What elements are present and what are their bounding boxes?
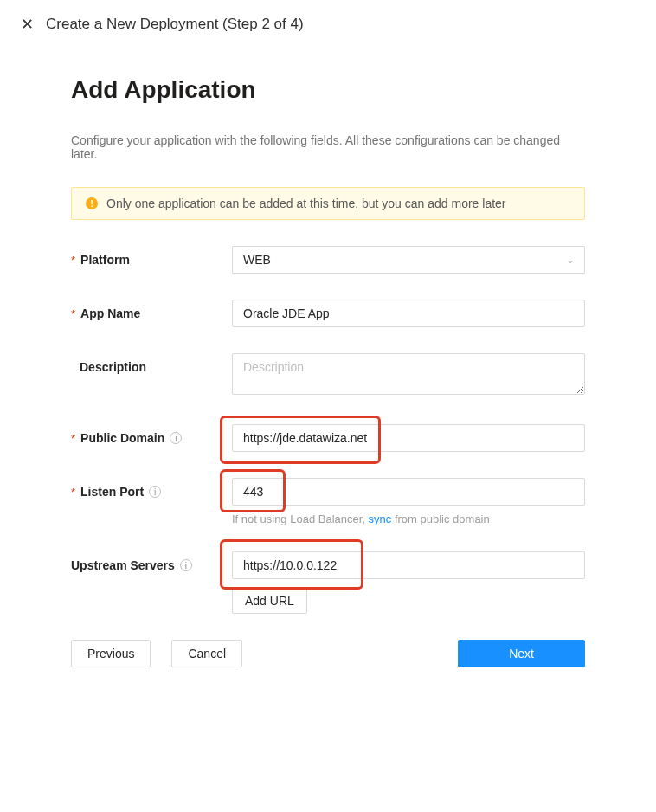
label-description: Description [71,360,146,374]
label-platform: Platform [80,253,130,267]
upstream-input[interactable] [232,551,585,579]
listen-port-helper: If not using Load Balancer, sync from pu… [232,512,585,525]
warning-icon: ! [86,197,98,209]
info-notice: ! Only one application can be added at t… [71,187,585,220]
modal-header: ✕ Create a New Deployment (Step 2 of 4) [0,0,656,42]
sync-link[interactable]: sync [369,512,392,525]
footer-actions: Previous Cancel Next [71,640,585,667]
info-icon[interactable]: i [170,432,182,444]
label-listen-port: Listen Port [80,485,144,499]
required-indicator: * [71,254,75,267]
cancel-button[interactable]: Cancel [171,640,242,667]
info-icon[interactable]: i [149,486,161,498]
platform-select[interactable]: WEB [232,246,585,274]
row-public-domain: * Public Domain i [71,424,585,452]
previous-button[interactable]: Previous [71,640,151,667]
row-app-name: * App Name [71,300,585,327]
required-indicator: * [71,486,75,499]
description-textarea[interactable] [232,353,585,395]
required-indicator: * [71,307,75,320]
close-icon[interactable]: ✕ [21,16,34,32]
add-url-button[interactable]: Add URL [232,588,307,614]
listen-port-input[interactable] [232,478,585,506]
app-name-input[interactable] [232,300,585,327]
required-indicator: * [71,432,75,445]
next-button[interactable]: Next [458,640,585,667]
notice-text: Only one application can be added at thi… [106,197,506,210]
label-app-name: App Name [80,306,140,320]
row-upstream: Upstream Servers i Add URL [71,551,585,614]
helper-prefix: If not using Load Balancer, [232,512,369,525]
info-icon[interactable]: i [180,559,192,571]
modal-title: Create a New Deployment (Step 2 of 4) [46,16,304,33]
helper-suffix: from public domain [391,512,489,525]
row-listen-port: * Listen Port i If not using Load Balanc… [71,478,585,525]
label-public-domain: Public Domain [80,431,164,445]
page-subtitle: Configure your application with the foll… [71,133,585,161]
label-upstream: Upstream Servers [71,558,175,572]
public-domain-input[interactable] [232,424,585,452]
row-description: Description [71,353,585,398]
page-title: Add Application [71,76,585,104]
row-platform: * Platform WEB ⌄ [71,246,585,274]
